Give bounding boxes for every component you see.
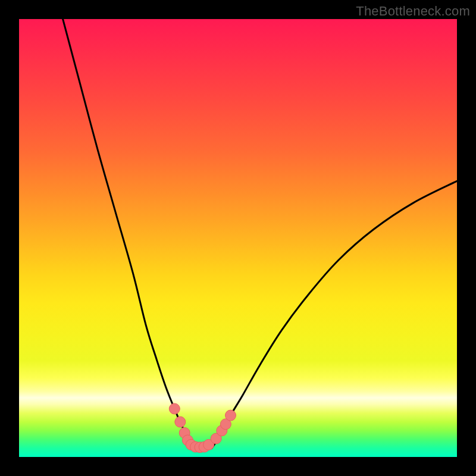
- data-marker: [169, 403, 180, 414]
- data-marker: [175, 416, 186, 427]
- series-right-curve: [212, 181, 457, 448]
- plot-area: [19, 19, 457, 457]
- curve-layer: [19, 19, 457, 457]
- watermark-text: TheBottleneck.com: [356, 4, 470, 19]
- series-left-curve: [63, 19, 195, 448]
- chart-frame: TheBottleneck.com: [0, 0, 476, 476]
- data-marker: [226, 410, 236, 421]
